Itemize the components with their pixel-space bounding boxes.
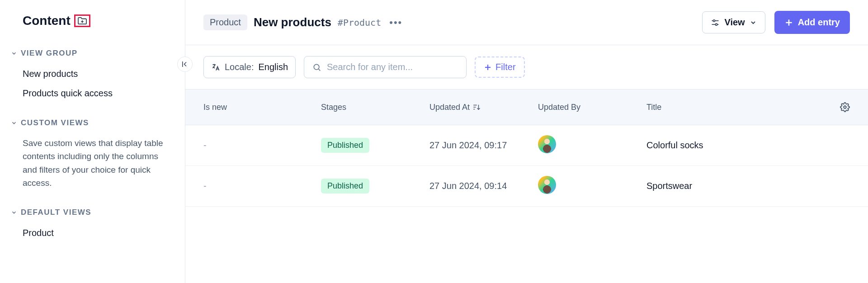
col-stages[interactable]: Stages [321, 103, 429, 112]
breadcrumb: Product New products #Product ••• [203, 14, 404, 30]
group-desc-custom-views: Save custom views that display table con… [9, 130, 176, 197]
model-hash: #Product [338, 17, 381, 28]
chevron-down-icon [11, 120, 17, 126]
cell-title: Colorful socks [646, 140, 818, 151]
svg-point-6 [716, 24, 717, 25]
view-options-label: View [724, 17, 745, 28]
group-label: CUSTOM VIEWS [21, 118, 89, 127]
main-header: Product New products #Product ••• View A… [185, 0, 868, 45]
more-actions-button[interactable]: ••• [387, 17, 404, 28]
cell-is-new: - [203, 140, 321, 151]
sidebar: Content VIEW GROUP New products Products… [0, 0, 185, 283]
cell-stages: Published [321, 179, 429, 193]
filter-label: Filter [495, 62, 515, 72]
table-header: Is new Stages Updated At Updated By Titl… [185, 89, 868, 125]
configure-columns-button[interactable] [818, 102, 850, 112]
sidebar-item-products-quick-access[interactable]: Products quick access [9, 84, 176, 103]
page-title: New products [254, 15, 331, 29]
sidebar-title: Content [23, 14, 71, 28]
search-icon [312, 62, 321, 72]
sidebar-item-new-products[interactable]: New products [9, 64, 176, 84]
table: Is new Stages Updated At Updated By Titl… [185, 89, 868, 283]
group-header-custom-views[interactable]: CUSTOM VIEWS [9, 116, 176, 130]
chevron-down-icon [11, 50, 17, 57]
stage-badge: Published [321, 179, 369, 193]
view-options-button[interactable]: View [702, 11, 765, 33]
table-row[interactable]: - Published 27 Jun 2024, 09:14 Sportswea… [185, 166, 868, 207]
cell-updated-by [538, 176, 646, 196]
group-label: VIEW GROUP [21, 49, 78, 58]
cell-title: Sportswear [646, 181, 818, 191]
model-chip[interactable]: Product [203, 14, 247, 30]
sidebar-item-product[interactable]: Product [9, 223, 176, 243]
col-updated-at[interactable]: Updated At [429, 103, 538, 112]
main: Product New products #Product ••• View A… [185, 0, 868, 283]
svg-point-4 [713, 19, 715, 21]
cell-updated-at: 27 Jun 2024, 09:17 [429, 140, 538, 151]
table-row[interactable]: - Published 27 Jun 2024, 09:17 Colorful … [185, 125, 868, 166]
add-entry-button[interactable]: Add entry [774, 11, 850, 34]
custom-views-description: Save custom views that display table con… [9, 134, 176, 193]
cell-is-new: - [203, 181, 321, 191]
new-folder-button[interactable] [74, 14, 90, 27]
translate-icon [211, 63, 220, 72]
sliders-icon [711, 18, 720, 27]
svg-point-9 [314, 64, 319, 70]
group-header-default-views[interactable]: DEFAULT VIEWS [9, 205, 176, 220]
folder-plus-icon [77, 17, 87, 25]
locale-select[interactable]: Locale: English [203, 56, 296, 78]
collapse-sidebar-button[interactable] [177, 57, 193, 72]
col-title[interactable]: Title [646, 103, 818, 112]
col-updated-at-label: Updated At [429, 103, 470, 112]
chevron-down-icon [11, 209, 17, 216]
svg-line-10 [319, 69, 321, 71]
cell-stages: Published [321, 138, 429, 153]
avatar [538, 135, 556, 153]
stage-badge: Published [321, 138, 369, 153]
cell-updated-by [538, 135, 646, 156]
add-filter-button[interactable]: Filter [475, 57, 524, 78]
search-input[interactable] [327, 62, 458, 72]
locale-label: Locale: [225, 62, 254, 72]
col-updated-by[interactable]: Updated By [538, 103, 646, 112]
group-label: DEFAULT VIEWS [21, 208, 91, 217]
col-is-new[interactable]: Is new [203, 103, 321, 112]
group-header-view-group[interactable]: VIEW GROUP [9, 46, 176, 61]
gear-icon [840, 102, 850, 112]
plus-icon [784, 18, 793, 27]
collapse-left-icon [181, 60, 189, 68]
avatar [538, 176, 556, 194]
locale-value: English [259, 62, 288, 72]
sort-desc-icon [472, 103, 481, 111]
sidebar-title-row: Content [9, 14, 176, 28]
chevron-down-icon [750, 19, 757, 26]
group-items-default-views: Product [9, 220, 176, 247]
plus-icon [484, 63, 492, 71]
group-items-view-group: New products Products quick access [9, 61, 176, 108]
search-wrapper [304, 56, 467, 78]
header-actions: View Add entry [702, 11, 850, 34]
cell-updated-at: 27 Jun 2024, 09:14 [429, 181, 538, 191]
svg-point-17 [844, 106, 846, 108]
toolbar: Locale: English Filter [185, 45, 868, 89]
add-entry-label: Add entry [798, 17, 840, 28]
